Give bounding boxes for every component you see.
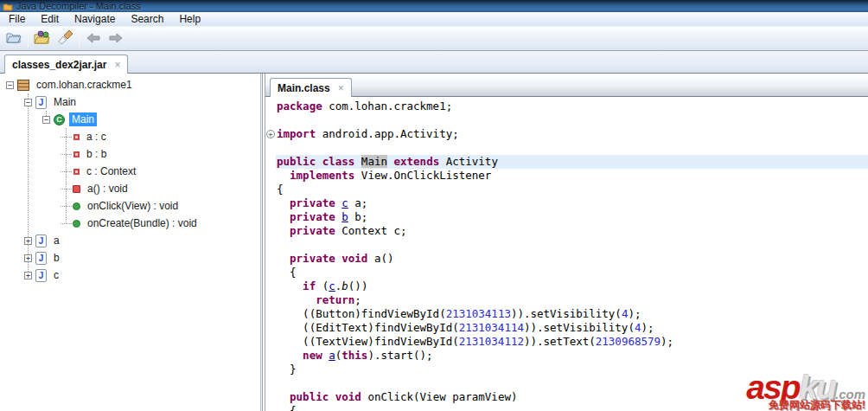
open-type-folder-icon: [34, 30, 51, 48]
tree-item-com-lohan-crackme1[interactable]: −com.lohan.crackme1: [0, 76, 256, 93]
tree-item-a-void[interactable]: a() : void: [0, 180, 256, 197]
forward-arrow-icon: [109, 31, 123, 47]
tree-item-b[interactable]: +Jb: [0, 249, 256, 267]
code-link[interactable]: a: [329, 349, 335, 362]
code-token: ((TextView)findViewById(: [277, 335, 459, 348]
code-token: 2130968579: [596, 335, 661, 348]
collapse-icon[interactable]: −: [42, 116, 50, 124]
code-token: [277, 210, 290, 223]
code-token: extends: [394, 155, 440, 168]
code-line: private Context c;: [265, 224, 868, 238]
jar-tab-bar: classes_dex2jar.jar ×: [0, 51, 868, 74]
open-file-button[interactable]: [3, 29, 25, 49]
toolbar-separator: [28, 30, 29, 48]
code-token: onClick(View paramView): [361, 390, 518, 403]
tree-item-c[interactable]: +Jc: [0, 267, 256, 284]
tab-main-class[interactable]: Main.class ×: [270, 78, 352, 97]
tree-item-b-b[interactable]: b : b: [0, 145, 256, 163]
tab-label: classes_dex2jar.jar: [12, 59, 106, 71]
tree-item-main[interactable]: −CMain: [0, 111, 256, 128]
code-token: 2131034114: [459, 321, 524, 334]
code-token: Main: [361, 155, 387, 168]
code-token: [277, 169, 290, 182]
code-pane: Main.class × + package com.lohan.crackme…: [265, 74, 868, 411]
code-link[interactable]: b: [341, 210, 348, 223]
tree-label: Main: [69, 112, 97, 126]
class-icon: C: [54, 114, 65, 125]
back-button[interactable]: [82, 29, 105, 49]
tree-label: a: [51, 234, 62, 247]
app-icon: [3, 2, 13, 11]
menu-edit[interactable]: Edit: [33, 12, 67, 26]
tree-item-a-c[interactable]: a : c: [0, 128, 256, 145]
code-token: private: [290, 224, 335, 237]
pane-splitter[interactable]: [256, 74, 265, 411]
code-line: ((TextView)findViewById(2131034112)).set…: [265, 335, 868, 349]
menu-search[interactable]: Search: [123, 12, 171, 26]
menu-navigate[interactable]: Navigate: [67, 12, 123, 26]
code-line: private c a;: [265, 196, 868, 210]
tree-connector-stub: [61, 154, 72, 155]
tree-item-main[interactable]: −JMain: [0, 93, 256, 111]
code-link[interactable]: c: [341, 196, 348, 209]
menu-help[interactable]: Help: [171, 12, 208, 26]
close-icon[interactable]: ×: [338, 84, 344, 93]
code-line: private b b;: [265, 210, 868, 224]
code-token: ).start();: [367, 349, 432, 362]
menu-file[interactable]: File: [1, 12, 33, 26]
tree-item-c-context[interactable]: c : Context: [0, 163, 256, 180]
code-editor[interactable]: + package com.lohan.crackme1;import andr…: [265, 97, 868, 411]
collapse-icon[interactable]: −: [6, 81, 14, 89]
collapse-icon[interactable]: −: [24, 99, 32, 106]
open-type-button[interactable]: [31, 29, 54, 49]
code-token: )).setText(: [524, 335, 596, 348]
code-token: [316, 155, 322, 168]
code-lines: package com.lohan.crackme1;import androi…: [265, 97, 868, 411]
code-token: [277, 224, 290, 237]
tree-label: b: [51, 251, 62, 265]
code-token: [277, 279, 303, 292]
tree-connector-stub: [61, 137, 72, 138]
tree-label: onCreate(Bundle) : void: [85, 216, 200, 230]
tree-item-a[interactable]: +Ja: [0, 232, 256, 249]
expand-icon[interactable]: +: [24, 272, 32, 279]
code-token: [277, 252, 290, 265]
tree-item-oncreate-bundle-void[interactable]: onCreate(Bundle) : void: [0, 215, 256, 232]
code-token: [329, 390, 335, 403]
package-icon: [17, 80, 29, 91]
method-public-icon: [73, 202, 80, 210]
search-button[interactable]: [54, 29, 76, 49]
code-link[interactable]: c: [329, 279, 335, 292]
java-class-icon: J: [35, 96, 47, 109]
code-token: android.app.Activity;: [316, 127, 459, 140]
forward-button[interactable]: [105, 29, 127, 49]
expand-icon[interactable]: +: [24, 237, 32, 245]
fold-expand-icon[interactable]: +: [266, 130, 275, 138]
close-icon[interactable]: ×: [114, 61, 120, 69]
code-token: (: [316, 279, 329, 292]
method-private-icon: [73, 185, 80, 193]
jd-gui-window: Java Decompiler - Main.class FileEditNav…: [0, 0, 868, 411]
tree-item-onclick-view-void[interactable]: onClick(View) : void: [0, 197, 256, 215]
code-token: );: [641, 321, 654, 334]
title-bar[interactable]: Java Decompiler - Main.class: [0, 0, 868, 12]
code-token: ((Button)findViewById(: [277, 307, 446, 320]
brush-icon: [57, 30, 73, 48]
code-token: {: [277, 266, 297, 279]
tree-label: c : Context: [84, 164, 138, 178]
code-token: );: [628, 307, 641, 320]
code-line: [265, 113, 868, 127]
code-token: Context c;: [335, 224, 407, 237]
code-line: if (c.b()): [265, 279, 868, 293]
code-token: );: [661, 335, 673, 348]
field-icon: [73, 169, 80, 175]
code-token: {: [277, 404, 297, 411]
expand-icon[interactable]: +: [24, 254, 32, 262]
code-token: {: [277, 183, 284, 196]
tab-classes-dex2jar-jar[interactable]: classes_dex2jar.jar ×: [4, 55, 128, 74]
code-token: ((EditText)findViewById(: [277, 321, 459, 334]
tab-label: Main.class: [278, 82, 330, 94]
code-line: {: [265, 183, 868, 196]
main-content: −com.lohan.crackme1−JMain−CMaina : cb : …: [0, 74, 868, 411]
code-token: Activity: [439, 155, 498, 168]
